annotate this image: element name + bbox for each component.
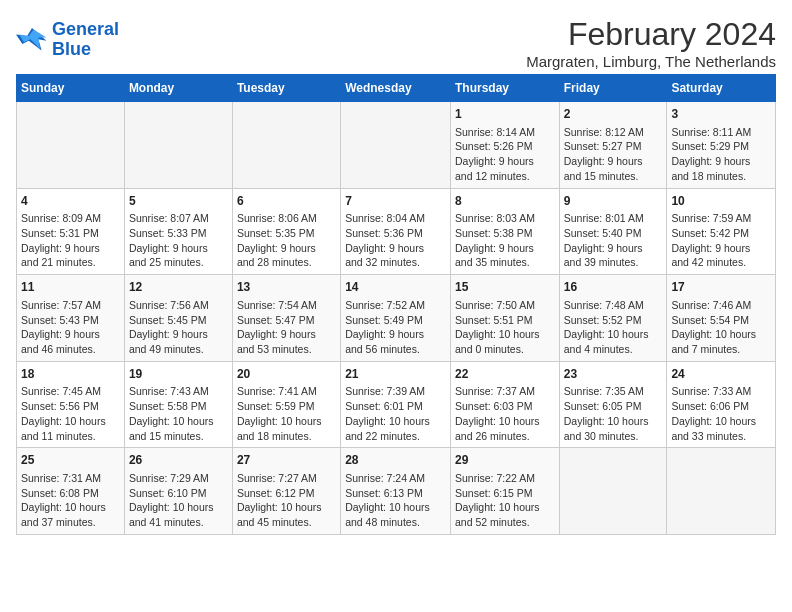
- day-number: 28: [345, 452, 446, 469]
- calendar-cell: 29Sunrise: 7:22 AM Sunset: 6:15 PM Dayli…: [450, 448, 559, 535]
- day-number: 12: [129, 279, 228, 296]
- calendar-cell: [124, 102, 232, 189]
- cell-details: Sunrise: 7:39 AM Sunset: 6:01 PM Dayligh…: [345, 384, 446, 443]
- header-tuesday: Tuesday: [232, 75, 340, 102]
- day-number: 24: [671, 366, 771, 383]
- header: General Blue February 2024 Margraten, Li…: [16, 16, 776, 70]
- day-number: 16: [564, 279, 663, 296]
- calendar-cell: 7Sunrise: 8:04 AM Sunset: 5:36 PM Daylig…: [341, 188, 451, 275]
- day-number: 14: [345, 279, 446, 296]
- calendar-cell: 16Sunrise: 7:48 AM Sunset: 5:52 PM Dayli…: [559, 275, 667, 362]
- cell-details: Sunrise: 7:52 AM Sunset: 5:49 PM Dayligh…: [345, 298, 446, 357]
- calendar-cell: 9Sunrise: 8:01 AM Sunset: 5:40 PM Daylig…: [559, 188, 667, 275]
- header-wednesday: Wednesday: [341, 75, 451, 102]
- calendar-header-row: SundayMondayTuesdayWednesdayThursdayFrid…: [17, 75, 776, 102]
- calendar-cell: 17Sunrise: 7:46 AM Sunset: 5:54 PM Dayli…: [667, 275, 776, 362]
- cell-details: Sunrise: 7:57 AM Sunset: 5:43 PM Dayligh…: [21, 298, 120, 357]
- header-sunday: Sunday: [17, 75, 125, 102]
- calendar-week-row: 11Sunrise: 7:57 AM Sunset: 5:43 PM Dayli…: [17, 275, 776, 362]
- day-number: 18: [21, 366, 120, 383]
- cell-details: Sunrise: 7:41 AM Sunset: 5:59 PM Dayligh…: [237, 384, 336, 443]
- calendar-table: SundayMondayTuesdayWednesdayThursdayFrid…: [16, 74, 776, 535]
- calendar-cell: 24Sunrise: 7:33 AM Sunset: 6:06 PM Dayli…: [667, 361, 776, 448]
- day-number: 2: [564, 106, 663, 123]
- title-block: February 2024 Margraten, Limburg, The Ne…: [526, 16, 776, 70]
- calendar-cell: 15Sunrise: 7:50 AM Sunset: 5:51 PM Dayli…: [450, 275, 559, 362]
- day-number: 10: [671, 193, 771, 210]
- cell-details: Sunrise: 8:12 AM Sunset: 5:27 PM Dayligh…: [564, 125, 663, 184]
- cell-details: Sunrise: 7:56 AM Sunset: 5:45 PM Dayligh…: [129, 298, 228, 357]
- cell-details: Sunrise: 7:59 AM Sunset: 5:42 PM Dayligh…: [671, 211, 771, 270]
- calendar-cell: 5Sunrise: 8:07 AM Sunset: 5:33 PM Daylig…: [124, 188, 232, 275]
- calendar-cell: 20Sunrise: 7:41 AM Sunset: 5:59 PM Dayli…: [232, 361, 340, 448]
- day-number: 22: [455, 366, 555, 383]
- logo: General Blue: [16, 20, 119, 60]
- cell-details: Sunrise: 7:43 AM Sunset: 5:58 PM Dayligh…: [129, 384, 228, 443]
- calendar-cell: 3Sunrise: 8:11 AM Sunset: 5:29 PM Daylig…: [667, 102, 776, 189]
- cell-details: Sunrise: 7:31 AM Sunset: 6:08 PM Dayligh…: [21, 471, 120, 530]
- calendar-cell: 2Sunrise: 8:12 AM Sunset: 5:27 PM Daylig…: [559, 102, 667, 189]
- calendar-cell: [232, 102, 340, 189]
- calendar-cell: 27Sunrise: 7:27 AM Sunset: 6:12 PM Dayli…: [232, 448, 340, 535]
- header-thursday: Thursday: [450, 75, 559, 102]
- calendar-cell: 22Sunrise: 7:37 AM Sunset: 6:03 PM Dayli…: [450, 361, 559, 448]
- day-number: 6: [237, 193, 336, 210]
- calendar-cell: [559, 448, 667, 535]
- cell-details: Sunrise: 7:37 AM Sunset: 6:03 PM Dayligh…: [455, 384, 555, 443]
- day-number: 11: [21, 279, 120, 296]
- header-saturday: Saturday: [667, 75, 776, 102]
- day-number: 19: [129, 366, 228, 383]
- calendar-cell: [667, 448, 776, 535]
- calendar-cell: 19Sunrise: 7:43 AM Sunset: 5:58 PM Dayli…: [124, 361, 232, 448]
- calendar-week-row: 18Sunrise: 7:45 AM Sunset: 5:56 PM Dayli…: [17, 361, 776, 448]
- cell-details: Sunrise: 7:33 AM Sunset: 6:06 PM Dayligh…: [671, 384, 771, 443]
- cell-details: Sunrise: 7:35 AM Sunset: 6:05 PM Dayligh…: [564, 384, 663, 443]
- cell-details: Sunrise: 7:22 AM Sunset: 6:15 PM Dayligh…: [455, 471, 555, 530]
- day-number: 29: [455, 452, 555, 469]
- cell-details: Sunrise: 7:27 AM Sunset: 6:12 PM Dayligh…: [237, 471, 336, 530]
- day-number: 20: [237, 366, 336, 383]
- day-number: 25: [21, 452, 120, 469]
- cell-details: Sunrise: 7:29 AM Sunset: 6:10 PM Dayligh…: [129, 471, 228, 530]
- calendar-week-row: 25Sunrise: 7:31 AM Sunset: 6:08 PM Dayli…: [17, 448, 776, 535]
- day-number: 8: [455, 193, 555, 210]
- cell-details: Sunrise: 8:06 AM Sunset: 5:35 PM Dayligh…: [237, 211, 336, 270]
- calendar-cell: 26Sunrise: 7:29 AM Sunset: 6:10 PM Dayli…: [124, 448, 232, 535]
- cell-details: Sunrise: 7:48 AM Sunset: 5:52 PM Dayligh…: [564, 298, 663, 357]
- calendar-week-row: 1Sunrise: 8:14 AM Sunset: 5:26 PM Daylig…: [17, 102, 776, 189]
- calendar-cell: [17, 102, 125, 189]
- day-number: 1: [455, 106, 555, 123]
- day-number: 23: [564, 366, 663, 383]
- day-number: 27: [237, 452, 336, 469]
- cell-details: Sunrise: 7:46 AM Sunset: 5:54 PM Dayligh…: [671, 298, 771, 357]
- calendar-cell: 21Sunrise: 7:39 AM Sunset: 6:01 PM Dayli…: [341, 361, 451, 448]
- day-number: 4: [21, 193, 120, 210]
- logo-icon: [16, 26, 48, 54]
- cell-details: Sunrise: 8:07 AM Sunset: 5:33 PM Dayligh…: [129, 211, 228, 270]
- calendar-cell: 10Sunrise: 7:59 AM Sunset: 5:42 PM Dayli…: [667, 188, 776, 275]
- header-monday: Monday: [124, 75, 232, 102]
- calendar-cell: 1Sunrise: 8:14 AM Sunset: 5:26 PM Daylig…: [450, 102, 559, 189]
- calendar-cell: 12Sunrise: 7:56 AM Sunset: 5:45 PM Dayli…: [124, 275, 232, 362]
- cell-details: Sunrise: 7:50 AM Sunset: 5:51 PM Dayligh…: [455, 298, 555, 357]
- day-number: 5: [129, 193, 228, 210]
- logo-text: General Blue: [52, 20, 119, 60]
- day-number: 21: [345, 366, 446, 383]
- cell-details: Sunrise: 7:45 AM Sunset: 5:56 PM Dayligh…: [21, 384, 120, 443]
- calendar-week-row: 4Sunrise: 8:09 AM Sunset: 5:31 PM Daylig…: [17, 188, 776, 275]
- cell-details: Sunrise: 8:03 AM Sunset: 5:38 PM Dayligh…: [455, 211, 555, 270]
- calendar-cell: [341, 102, 451, 189]
- calendar-title: February 2024: [526, 16, 776, 53]
- calendar-cell: 13Sunrise: 7:54 AM Sunset: 5:47 PM Dayli…: [232, 275, 340, 362]
- calendar-cell: 28Sunrise: 7:24 AM Sunset: 6:13 PM Dayli…: [341, 448, 451, 535]
- calendar-cell: 11Sunrise: 7:57 AM Sunset: 5:43 PM Dayli…: [17, 275, 125, 362]
- cell-details: Sunrise: 8:01 AM Sunset: 5:40 PM Dayligh…: [564, 211, 663, 270]
- cell-details: Sunrise: 8:04 AM Sunset: 5:36 PM Dayligh…: [345, 211, 446, 270]
- day-number: 15: [455, 279, 555, 296]
- cell-details: Sunrise: 7:54 AM Sunset: 5:47 PM Dayligh…: [237, 298, 336, 357]
- day-number: 9: [564, 193, 663, 210]
- calendar-cell: 25Sunrise: 7:31 AM Sunset: 6:08 PM Dayli…: [17, 448, 125, 535]
- day-number: 26: [129, 452, 228, 469]
- calendar-cell: 18Sunrise: 7:45 AM Sunset: 5:56 PM Dayli…: [17, 361, 125, 448]
- cell-details: Sunrise: 7:24 AM Sunset: 6:13 PM Dayligh…: [345, 471, 446, 530]
